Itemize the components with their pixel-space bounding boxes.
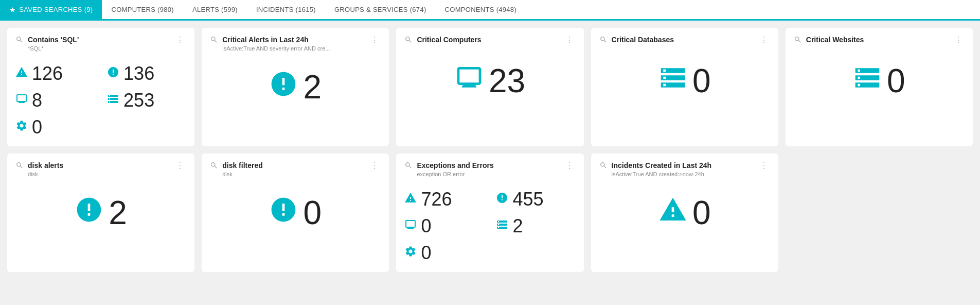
card-menu-button[interactable]: ⋮ — [759, 161, 770, 171]
card-menu-button[interactable]: ⋮ — [759, 35, 770, 45]
database-icon — [107, 93, 119, 108]
card-menu-button[interactable]: ⋮ — [564, 161, 576, 171]
stat-value: 0 — [421, 215, 431, 237]
monitor-icon — [15, 93, 28, 108]
card-menu-button[interactable]: ⋮ — [175, 161, 186, 171]
card-title: Critical Computers — [417, 35, 564, 44]
big-stat: 0 — [269, 195, 322, 231]
card-header: Critical Alerts in Last 24hisActive:True… — [210, 35, 381, 52]
card-subtitle: isActive:True AND severity:error AND cre… — [222, 45, 335, 52]
card-body: 23 — [404, 47, 575, 109]
tab-label: COMPUTERS (980) — [111, 6, 174, 13]
stat-value: 23 — [489, 64, 525, 97]
card-body: 2 — [15, 179, 186, 241]
card-critical-computers: Critical Computers⋮23 — [396, 28, 583, 146]
stat-value: 726 — [421, 189, 452, 210]
alert-icon — [658, 195, 687, 231]
search-icon — [404, 36, 413, 45]
card-critical-alerts: Critical Alerts in Last 24hisActive:True… — [202, 28, 389, 146]
card-subtitle: *SQL* — [28, 45, 141, 52]
card-title-area: disk alertsdisk — [15, 161, 175, 177]
stat-grid: 726455020 — [404, 184, 575, 264]
card-body: 726455020 — [404, 179, 575, 264]
star-icon: ★ — [9, 6, 16, 14]
card-disk-alerts: disk alertsdisk⋮2 — [7, 154, 194, 272]
nav-tab-computers[interactable]: COMPUTERS (980) — [102, 0, 183, 21]
card-subtitle: disk — [28, 171, 141, 177]
stat-value: 8 — [32, 90, 42, 111]
stat-value: 455 — [512, 189, 543, 210]
tab-label: COMPONENTS (4948) — [445, 6, 516, 13]
search-icon — [404, 161, 413, 171]
card-contains-sql: Contains 'SQL'*SQL*⋮12613682530 — [7, 28, 194, 146]
stat-value: 253 — [123, 90, 154, 111]
stat-item: 136 — [107, 63, 186, 84]
card-title: disk alerts — [28, 161, 175, 170]
stat-item: 8 — [15, 90, 95, 111]
tab-label: INCIDENTS (1615) — [256, 6, 316, 13]
tab-label: SAVED SEARCHES (9) — [19, 6, 93, 13]
cog-icon — [15, 120, 28, 135]
stat-value: 0 — [692, 64, 711, 97]
nav-tab-saved[interactable]: ★SAVED SEARCHES (9) — [0, 0, 102, 21]
big-stat: 0 — [853, 63, 905, 99]
database-icon — [853, 63, 882, 99]
stat-value: 0 — [32, 116, 42, 138]
card-body: 2 — [210, 54, 381, 115]
big-stat: 0 — [658, 63, 711, 99]
search-icon — [599, 161, 608, 171]
card-title-area: Contains 'SQL'*SQL* — [15, 35, 175, 52]
card-header: Critical Websites⋮ — [794, 35, 965, 45]
card-title-area: Critical Databases — [599, 35, 759, 45]
stat-value: 2 — [512, 215, 523, 237]
card-header: disk alertsdisk⋮ — [15, 161, 186, 177]
nav-tab-groups[interactable]: GROUPS & SERVICES (674) — [325, 0, 436, 21]
card-menu-button[interactable]: ⋮ — [953, 35, 965, 45]
stat-item: 126 — [15, 63, 95, 84]
card-title: Exceptions and Errors — [417, 161, 564, 170]
exclamation-icon — [107, 66, 119, 81]
search-icon — [599, 36, 608, 45]
card-header: Critical Databases⋮ — [599, 35, 770, 45]
card-title: Critical Websites — [806, 35, 953, 44]
card-title: Critical Databases — [612, 35, 759, 44]
card-header: Contains 'SQL'*SQL*⋮ — [15, 35, 186, 52]
card-header: Incidents Created in Last 24hisActive:Tr… — [599, 161, 770, 177]
stat-value: 0 — [303, 196, 322, 229]
card-menu-button[interactable]: ⋮ — [564, 35, 576, 45]
nav-tab-incidents[interactable]: INCIDENTS (1615) — [247, 0, 325, 21]
search-icon — [15, 36, 24, 45]
exclamation-icon — [269, 195, 298, 231]
card-header: disk filtereddisk⋮ — [210, 161, 381, 177]
card-subtitle: exception OR error — [417, 171, 530, 177]
card-body: 0 — [210, 179, 381, 241]
stat-item: 0 — [404, 215, 484, 237]
stat-value: 2 — [303, 71, 322, 104]
card-title: Critical Alerts in Last 24h — [222, 35, 369, 44]
big-stat: 2 — [75, 195, 127, 231]
stat-value: 2 — [109, 196, 127, 229]
card-critical-websites: Critical Websites⋮0 — [786, 28, 973, 146]
card-title: disk filtered — [222, 161, 369, 170]
nav-tab-alerts[interactable]: ALERTS (599) — [183, 0, 247, 21]
card-incidents-24h: Incidents Created in Last 24hisActive:Tr… — [591, 154, 778, 272]
stat-item: 455 — [496, 189, 575, 210]
card-title-area: Critical Websites — [794, 35, 953, 45]
card-body: 0 — [794, 47, 965, 109]
card-header: Exceptions and Errorsexception OR error⋮ — [404, 161, 575, 177]
card-menu-button[interactable]: ⋮ — [369, 161, 381, 171]
cards-grid: Contains 'SQL'*SQL*⋮12613682530Critical … — [0, 21, 980, 279]
stat-item: 0 — [404, 242, 484, 264]
nav-tab-components[interactable]: COMPONENTS (4948) — [436, 0, 526, 21]
exclamation-icon — [269, 70, 298, 105]
card-menu-button[interactable]: ⋮ — [175, 35, 186, 45]
nav-tabs: ★SAVED SEARCHES (9)COMPUTERS (980)ALERTS… — [0, 0, 980, 21]
big-stat: 23 — [455, 63, 525, 99]
card-title-area: disk filtereddisk — [210, 161, 369, 177]
card-title-area: Incidents Created in Last 24hisActive:Tr… — [599, 161, 759, 177]
tab-label: GROUPS & SERVICES (674) — [334, 6, 426, 13]
card-body: 12613682530 — [15, 54, 186, 138]
card-menu-button[interactable]: ⋮ — [369, 35, 381, 45]
alert-icon — [15, 66, 28, 81]
card-title: Incidents Created in Last 24h — [612, 161, 759, 170]
